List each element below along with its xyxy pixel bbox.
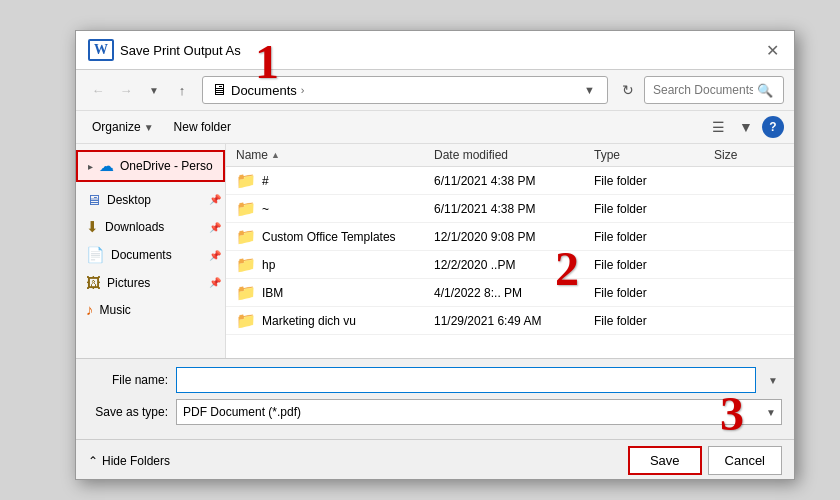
- refresh-button[interactable]: ↻: [616, 78, 640, 102]
- table-row[interactable]: 📁 hp 12/2/2020 ..PM File folder: [226, 251, 794, 279]
- cancel-button[interactable]: Cancel: [708, 446, 782, 475]
- file-type: File folder: [594, 230, 714, 244]
- sidebar-item-music-label: Music: [100, 303, 131, 317]
- bottom-section: File name: ▼ Save as type: PDF Document …: [76, 358, 794, 439]
- folder-icon: 📁: [236, 199, 256, 218]
- filename-input[interactable]: [176, 367, 756, 393]
- file-type: File folder: [594, 314, 714, 328]
- dropdown-button[interactable]: ▼: [142, 78, 166, 102]
- file-date: 11/29/2021 6:49 AM: [434, 314, 594, 328]
- pin-icon-downloads: 📌: [209, 222, 221, 233]
- file-type: File folder: [594, 286, 714, 300]
- file-date: 12/1/2020 9:08 PM: [434, 230, 594, 244]
- save-button[interactable]: Save: [628, 446, 702, 475]
- file-list-header: Name ▲ Date modified Type Size: [226, 144, 794, 167]
- file-list-area: Name ▲ Date modified Type Size 📁 # 6/11/…: [226, 144, 794, 358]
- organize-dropdown-icon: ▼: [144, 122, 154, 133]
- hide-folders-button[interactable]: ⌃ Hide Folders: [88, 454, 170, 468]
- file-name: Marketing dich vu: [262, 314, 356, 328]
- desktop-icon: 🖥: [86, 191, 101, 208]
- view-dropdown-button[interactable]: ▼: [734, 115, 758, 139]
- savetype-label: Save as type:: [88, 405, 168, 419]
- sidebar-item-pictures[interactable]: 🖼 Pictures 📌: [76, 269, 225, 296]
- breadcrumb-dropdown[interactable]: ▼: [580, 84, 599, 96]
- file-type: File folder: [594, 258, 714, 272]
- view-options-button[interactable]: ☰: [706, 115, 730, 139]
- table-row[interactable]: 📁 Marketing dich vu 11/29/2021 6:49 AM F…: [226, 307, 794, 335]
- file-name: ~: [262, 202, 269, 216]
- main-content: ▸ ☁ OneDrive - Perso 🖥 Desktop 📌 ⬇ Downl…: [76, 144, 794, 358]
- filename-dropdown[interactable]: ▼: [764, 375, 782, 386]
- sidebar-item-onedrive[interactable]: ▸ ☁ OneDrive - Perso: [76, 150, 225, 182]
- file-name-cell: 📁 Custom Office Templates: [236, 227, 434, 246]
- file-name: IBM: [262, 286, 283, 300]
- toolbar-right: ☰ ▼ ?: [706, 115, 784, 139]
- forward-button[interactable]: →: [114, 78, 138, 102]
- table-row[interactable]: 📁 # 6/11/2021 4:38 PM File folder: [226, 167, 794, 195]
- save-dialog: W Save Print Output As ✕ ← → ▼ ↑ 🖥 Docum…: [75, 30, 795, 480]
- pin-icon-pictures: 📌: [209, 277, 221, 288]
- expand-icon: ▸: [88, 161, 93, 172]
- organize-label: Organize: [92, 120, 141, 134]
- new-folder-button[interactable]: New folder: [168, 117, 237, 137]
- toolbar: Organize ▼ New folder ☰ ▼ ?: [76, 111, 794, 144]
- file-date: 6/11/2021 4:38 PM: [434, 174, 594, 188]
- sidebar-item-desktop[interactable]: 🖥 Desktop 📌: [76, 186, 225, 213]
- up-button[interactable]: ↑: [170, 78, 194, 102]
- col-type[interactable]: Type: [594, 148, 714, 162]
- folder-icon: 📁: [236, 227, 256, 246]
- help-button[interactable]: ?: [762, 116, 784, 138]
- nav-bar: ← → ▼ ↑ 🖥 Documents › ▼ ↻ 🔍: [76, 70, 794, 111]
- pin-icon-desktop: 📌: [209, 194, 221, 205]
- file-name: Custom Office Templates: [262, 230, 396, 244]
- sidebar-item-documents[interactable]: 📄 Documents 📌: [76, 241, 225, 269]
- sidebar-item-music[interactable]: ♪ Music: [76, 296, 225, 323]
- sidebar-item-downloads[interactable]: ⬇ Downloads 📌: [76, 213, 225, 241]
- breadcrumb-bar[interactable]: 🖥 Documents › ▼: [202, 76, 608, 104]
- pin-icon-documents: 📌: [209, 250, 221, 261]
- savetype-select[interactable]: PDF Document (*.pdf): [176, 399, 782, 425]
- filename-label: File name:: [88, 373, 168, 387]
- search-icon[interactable]: 🔍: [757, 83, 773, 98]
- table-row[interactable]: 📁 Custom Office Templates 12/1/2020 9:08…: [226, 223, 794, 251]
- savetype-row: Save as type: PDF Document (*.pdf) ▼: [88, 399, 782, 425]
- folder-icon: 📁: [236, 311, 256, 330]
- file-date: 12/2/2020 ..PM: [434, 258, 594, 272]
- close-button[interactable]: ✕: [762, 40, 782, 60]
- file-type: File folder: [594, 174, 714, 188]
- dialog-titlebar: W Save Print Output As ✕: [76, 31, 794, 70]
- documents-icon: 📄: [86, 246, 105, 264]
- sidebar: ▸ ☁ OneDrive - Perso 🖥 Desktop 📌 ⬇ Downl…: [76, 144, 226, 358]
- sidebar-item-documents-label: Documents: [111, 248, 172, 262]
- sidebar-item-onedrive-label: OneDrive - Perso: [120, 159, 213, 173]
- hide-folders-arrow: ⌃: [88, 454, 98, 468]
- table-row[interactable]: 📁 ~ 6/11/2021 4:38 PM File folder: [226, 195, 794, 223]
- search-input[interactable]: [653, 83, 753, 97]
- breadcrumb-text: Documents: [231, 83, 297, 98]
- action-buttons: Save Cancel: [628, 446, 782, 475]
- onedrive-icon: ☁: [99, 157, 114, 175]
- col-date[interactable]: Date modified: [434, 148, 594, 162]
- col-size[interactable]: Size: [714, 148, 784, 162]
- table-row[interactable]: 📁 IBM 4/1/2022 8:.. PM File folder: [226, 279, 794, 307]
- downloads-icon: ⬇: [86, 218, 99, 236]
- new-folder-label: New folder: [174, 120, 231, 134]
- file-name: hp: [262, 258, 275, 272]
- folder-icon: 📁: [236, 255, 256, 274]
- word-icon: W: [88, 39, 114, 61]
- col-name[interactable]: Name ▲: [236, 148, 434, 162]
- sidebar-item-pictures-label: Pictures: [107, 276, 150, 290]
- back-button[interactable]: ←: [86, 78, 110, 102]
- music-icon: ♪: [86, 301, 94, 318]
- sidebar-item-downloads-label: Downloads: [105, 220, 164, 234]
- savetype-wrapper: PDF Document (*.pdf) ▼: [176, 399, 782, 425]
- action-bar: ⌃ Hide Folders Save Cancel: [76, 439, 794, 479]
- file-date: 4/1/2022 8:.. PM: [434, 286, 594, 300]
- breadcrumb-arrow: ›: [301, 84, 305, 96]
- dialog-title: Save Print Output As: [120, 43, 756, 58]
- organize-button[interactable]: Organize ▼: [86, 117, 160, 137]
- sort-arrow: ▲: [271, 150, 280, 160]
- hide-folders-label: Hide Folders: [102, 454, 170, 468]
- pictures-icon: 🖼: [86, 274, 101, 291]
- file-name-cell: 📁 ~: [236, 199, 434, 218]
